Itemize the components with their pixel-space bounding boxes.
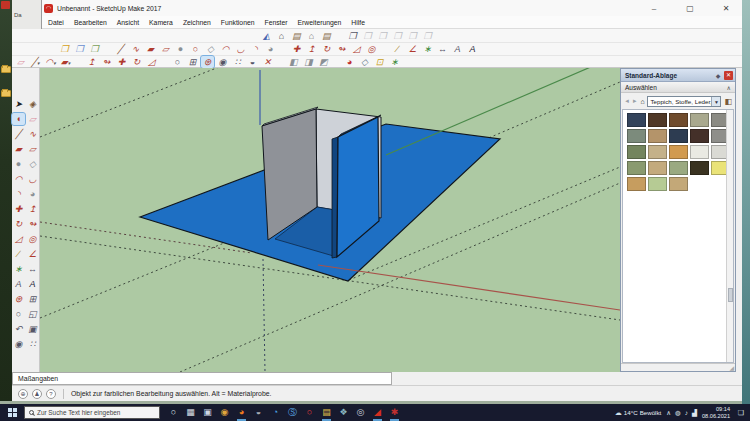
- material-swatch[interactable]: [648, 129, 667, 143]
- section-cut-tool[interactable]: ◨▾: [302, 56, 315, 68]
- lock-icon[interactable]: ⊡▾: [373, 56, 386, 68]
- push-pull-tool[interactable]: ↥: [26, 203, 39, 215]
- zoom-window-tool[interactable]: ✕▾: [261, 56, 274, 68]
- warehouse-share-icon[interactable]: ❒▾: [361, 30, 374, 42]
- material-swatch[interactable]: [648, 145, 667, 159]
- two-point-arc-tool[interactable]: ◡: [26, 173, 39, 185]
- style-cube-3-icon[interactable]: ❒▾: [88, 43, 101, 55]
- protractor-tool[interactable]: ∠▾: [406, 43, 419, 55]
- panel-close-button[interactable]: ✕: [724, 71, 733, 80]
- scale-tool[interactable]: ◿: [12, 233, 25, 245]
- style-cube-2-icon[interactable]: ❒▾: [73, 43, 86, 55]
- taskbar-clock[interactable]: 09:14 08.06.2021: [702, 406, 730, 419]
- material-swatch[interactable]: [648, 177, 667, 191]
- component-options-icon[interactable]: ∗▾: [388, 56, 401, 68]
- model-viewport[interactable]: [40, 68, 620, 372]
- material-swatch[interactable]: [627, 161, 646, 175]
- home-button[interactable]: ⌂: [640, 98, 646, 105]
- get-models-icon[interactable]: ◕▾: [343, 56, 356, 68]
- chrome-icon[interactable]: ◉: [216, 404, 233, 421]
- warehouse-share-3-icon[interactable]: ❒▾: [391, 30, 404, 42]
- material-category-dropdown[interactable]: Teppich, Stoffe, Leder, Text ▼: [647, 96, 721, 107]
- menu-item[interactable]: Kamera: [149, 19, 173, 26]
- app-gray-icon[interactable]: ◒: [250, 404, 267, 421]
- scale-tool[interactable]: ◿▾: [145, 56, 158, 68]
- push-pull-tool[interactable]: ↥▾: [85, 56, 98, 68]
- polygon-tool[interactable]: ◇: [26, 158, 39, 170]
- make-component-tool[interactable]: ◈: [26, 98, 39, 110]
- scale-tool[interactable]: ◿▾: [350, 43, 363, 55]
- freehand-tool[interactable]: ∿▾: [129, 43, 142, 55]
- tray-chevron-icon[interactable]: ∧: [666, 409, 671, 417]
- arc-tool[interactable]: ◠▾: [44, 56, 57, 68]
- menu-item[interactable]: Funktionen: [221, 19, 255, 26]
- warehouse-icon[interactable]: ❒▾: [346, 30, 359, 42]
- offset-tool[interactable]: ◎: [26, 233, 39, 245]
- forward-button[interactable]: ▸: [632, 97, 638, 105]
- weather-widget[interactable]: ☁ 14°C Bewölkt: [615, 409, 662, 417]
- pan-tool[interactable]: ⊞▾: [186, 56, 199, 68]
- tray-volume-icon[interactable]: ♪: [685, 409, 688, 417]
- pan-tool[interactable]: ⊞: [26, 293, 39, 305]
- panel-scrollbar[interactable]: [726, 110, 733, 362]
- polygon-tool[interactable]: ◇▾: [204, 43, 217, 55]
- material-swatch[interactable]: [690, 129, 709, 143]
- menu-item[interactable]: Ansicht: [117, 19, 139, 26]
- orbit-tool[interactable]: ⊛: [12, 293, 25, 305]
- material-swatch[interactable]: [627, 113, 646, 127]
- sketchup-icon[interactable]: ◢: [369, 404, 386, 421]
- menu-item[interactable]: Fenster: [264, 19, 287, 26]
- menu-item[interactable]: Hilfe: [351, 19, 365, 26]
- material-swatch[interactable]: [648, 113, 667, 127]
- rotate-tool[interactable]: ↻: [12, 218, 25, 230]
- three-point-arc-tool[interactable]: ◝▾: [249, 43, 262, 55]
- axes-tool[interactable]: ∗▾: [421, 43, 434, 55]
- maximize-button[interactable]: ▢: [684, 4, 696, 13]
- material-swatch[interactable]: [690, 145, 709, 159]
- section-plane-tool[interactable]: ◧▾: [287, 56, 300, 68]
- panel-header[interactable]: Standard-Ablage ◆ ✕: [621, 69, 735, 82]
- cortana-icon[interactable]: ○: [165, 404, 182, 421]
- dimension-tool[interactable]: ↔: [26, 263, 39, 275]
- edge-icon[interactable]: ◔: [267, 404, 284, 421]
- zoom-tool[interactable]: ○: [12, 308, 25, 320]
- tray-network-icon[interactable]: ▟: [692, 409, 697, 417]
- circle-tool[interactable]: ●▾: [174, 43, 187, 55]
- material-swatch[interactable]: [669, 129, 688, 143]
- position-camera-tool[interactable]: ◉: [12, 338, 25, 350]
- home-icon[interactable]: ⌂▾: [275, 30, 288, 42]
- shield-icon[interactable]: ◇▾: [358, 56, 371, 68]
- zoom-tool[interactable]: ○▾: [171, 56, 184, 68]
- pie-tool[interactable]: ◕▾: [264, 43, 277, 55]
- protractor-tool[interactable]: ∠: [26, 248, 39, 260]
- walk-tool[interactable]: ∷: [26, 338, 39, 350]
- media-app-icon[interactable]: ◎: [352, 404, 369, 421]
- dimension-tool[interactable]: ↔▾: [436, 43, 449, 55]
- material-swatch[interactable]: [690, 161, 709, 175]
- move-tool[interactable]: ✚▾: [115, 56, 128, 68]
- pin-icon[interactable]: ◆: [714, 72, 722, 79]
- skype-icon[interactable]: Ⓢ: [284, 404, 301, 421]
- text-tool[interactable]: A▾: [451, 43, 464, 55]
- axes-tool[interactable]: ∗: [12, 263, 25, 275]
- freehand-tool[interactable]: ∿: [26, 128, 39, 140]
- rectangle-tool[interactable]: ▰▾: [59, 56, 72, 68]
- look-around-tool[interactable]: ◒▾: [246, 56, 259, 68]
- text-tool[interactable]: A: [12, 278, 25, 290]
- material-swatch[interactable]: [669, 145, 688, 159]
- material-swatch[interactable]: [627, 145, 646, 159]
- measurements-box[interactable]: Maßangaben: [12, 372, 392, 385]
- tape-measure-tool[interactable]: ∕▾: [391, 43, 404, 55]
- offset-tool[interactable]: ◎▾: [365, 43, 378, 55]
- style-cube-1-icon[interactable]: ❒▾: [58, 43, 71, 55]
- red-app-icon[interactable]: ✱: [386, 404, 403, 421]
- arc-tool[interactable]: ◠: [12, 173, 25, 185]
- arc-tool[interactable]: ◠▾: [219, 43, 232, 55]
- sample-paint-icon[interactable]: ◧: [724, 97, 732, 106]
- orbit-tool[interactable]: ⊛▾: [201, 56, 214, 68]
- rectangle-tool[interactable]: ▰: [12, 143, 25, 155]
- warehouse-share-4-icon[interactable]: ❒▾: [406, 30, 419, 42]
- circle-tool[interactable]: ●: [12, 158, 25, 170]
- material-swatch[interactable]: [669, 161, 688, 175]
- firefox-icon[interactable]: ◕: [233, 404, 250, 421]
